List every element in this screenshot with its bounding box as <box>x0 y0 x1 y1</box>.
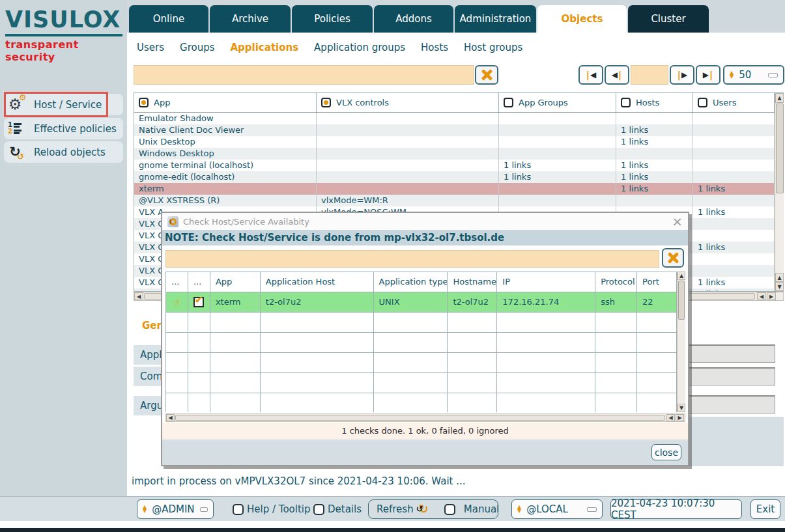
last-page-button[interactable]: ▶| <box>696 65 721 85</box>
dialog-empty-row <box>166 353 677 373</box>
exit-button[interactable]: Exit <box>750 499 780 519</box>
tab-addons[interactable]: Addons <box>374 5 453 33</box>
dialog-close-button[interactable]: close <box>651 444 681 460</box>
empty-cell <box>261 333 374 353</box>
manual-checkbox[interactable] <box>444 504 455 515</box>
help-tooltip-checkbox[interactable] <box>233 504 244 515</box>
scroll-left-icon[interactable]: ◀ <box>757 292 766 300</box>
first-page-button[interactable]: |◀ <box>578 65 603 85</box>
detail-field[interactable] <box>684 367 775 385</box>
local-select[interactable]: ▲▼ @LOCAL <box>511 499 603 519</box>
dialog-vertical-scrollbar[interactable]: ▲ ▼ <box>677 272 685 412</box>
scroll-right-icon[interactable]: ▶ <box>676 414 684 421</box>
resize-handle[interactable] <box>200 507 208 512</box>
scroll-up-icon[interactable]: ▲ <box>775 93 784 103</box>
scroll-left-icon[interactable]: ◀ <box>166 414 175 421</box>
table-row[interactable]: Emulator Shadow <box>134 113 775 124</box>
sidebar-item-reload-objects[interactable]: ↻↺ Reload objects <box>4 141 123 163</box>
scroll-down-icon[interactable]: ▼ <box>775 282 784 291</box>
detail-field[interactable] <box>684 344 775 363</box>
tab-online[interactable]: Online <box>129 5 208 33</box>
cell-users <box>693 265 775 277</box>
scroll-left-icon[interactable]: ◀ <box>134 292 143 300</box>
table-row[interactable]: gnome terminal (localhost)1 links1 links <box>134 160 775 171</box>
empty-cell <box>595 353 637 373</box>
column-header-hosts[interactable]: Hosts <box>616 93 693 112</box>
empty-cell <box>595 333 637 353</box>
sidebar-item-host-service[interactable]: ⚙⚙ Host / Service <box>4 94 123 115</box>
scrollbar-thumb[interactable] <box>678 281 685 320</box>
column-header-users[interactable]: Users <box>693 93 775 112</box>
cell-app: Native Client Doc Viewer <box>134 124 317 136</box>
table-row[interactable]: gnome-edit (localhost)1 links1 links <box>134 171 775 183</box>
vertical-scrollbar[interactable]: ▲ ▲ ▼ <box>775 93 784 291</box>
object-type-nav: Users Groups Applications Application gr… <box>137 42 522 53</box>
column-header-app[interactable]: App <box>134 93 317 112</box>
column-header-vlx-controls[interactable]: VLX controls <box>317 93 499 112</box>
checkbox-empty-icon[interactable] <box>504 98 513 107</box>
page-number-input[interactable] <box>631 65 668 85</box>
scrollbar-thumb[interactable] <box>776 104 784 193</box>
tab-cluster[interactable]: Cluster <box>628 5 709 33</box>
subtab-groups[interactable]: Groups <box>180 42 214 53</box>
checkbox-empty-icon[interactable] <box>621 98 631 107</box>
empty-cell <box>188 313 210 333</box>
empty-cell <box>374 373 448 393</box>
tab-policies[interactable]: Policies <box>292 5 373 33</box>
empty-cell <box>188 333 210 353</box>
tab-archive[interactable]: Archive <box>210 5 291 33</box>
tab-administration[interactable]: Administration <box>455 5 536 33</box>
subtab-host-groups[interactable]: Host groups <box>464 42 522 53</box>
radio-checked-icon[interactable] <box>321 98 331 107</box>
filter-input[interactable] <box>134 65 474 85</box>
radio-checked-icon[interactable] <box>139 98 149 107</box>
scrollbar-thumb[interactable] <box>175 415 665 421</box>
dialog-clear-filter-button[interactable] <box>662 248 684 268</box>
scroll-up-icon[interactable]: ▲ <box>775 273 784 282</box>
timestamp-button[interactable]: 2021-04-23 10:07:30 CEST <box>610 499 742 519</box>
previous-page-button[interactable]: ◀| <box>605 65 629 85</box>
checkbox-checked-icon[interactable] <box>193 297 204 307</box>
refresh-icon[interactable]: ↺↻ <box>419 503 429 515</box>
subtab-application-groups[interactable]: Application groups <box>314 42 405 53</box>
clear-filter-button[interactable] <box>475 65 498 85</box>
cell-users: 1 links <box>693 206 775 218</box>
resize-handle[interactable] <box>768 73 778 77</box>
table-row[interactable]: xterm1 links1 links <box>134 183 775 195</box>
tab-objects[interactable]: Objects <box>537 5 627 33</box>
scroll-left-icon[interactable]: ◀ <box>666 414 675 421</box>
cell-users <box>693 218 775 230</box>
subtab-hosts[interactable]: Hosts <box>421 42 448 53</box>
table-row[interactable]: @VLX XSTRESS (R)vlxMode=WM:R <box>134 195 775 206</box>
empty-cell <box>210 373 261 393</box>
dialog-result-row[interactable]: ☝xtermt2-ol7u2UNIXt2-ol7u2172.16.21.74ss… <box>166 292 677 313</box>
table-row[interactable]: Unix Desktop1 links <box>134 136 775 148</box>
scroll-up-icon[interactable]: ▲ <box>678 272 685 280</box>
sidebar-item-effective-policies[interactable]: 12 Effective policies <box>4 118 123 139</box>
dialog-close-icon[interactable]: × <box>672 215 683 228</box>
column-label: Users <box>713 98 736 107</box>
admin-select[interactable]: ▲▼ @ADMIN <box>137 499 214 519</box>
subtab-users[interactable]: Users <box>137 42 164 53</box>
clear-x-icon <box>667 252 679 264</box>
dialog-column-header: Application Host <box>261 272 374 292</box>
dialog-filter-input[interactable] <box>165 250 659 268</box>
page-size-select[interactable]: ▲▼ 50 <box>723 65 784 85</box>
table-row[interactable]: Native Client Doc Viewer1 links <box>134 124 775 136</box>
refresh-button[interactable]: Refresh <box>377 503 414 515</box>
cell-vlx <box>317 160 499 171</box>
scroll-right-icon[interactable]: ▶ <box>767 292 776 300</box>
detail-field[interactable] <box>684 395 775 413</box>
dialog-titlebar[interactable]: Check Host/Service Availabity × <box>162 213 688 230</box>
dialog-horizontal-scrollbar[interactable]: ◀ ◀ ▶ <box>165 413 685 422</box>
resize-handle[interactable] <box>587 507 597 512</box>
column-header-app-groups[interactable]: App Groups <box>499 93 616 112</box>
scroll-down-icon[interactable]: ▼ <box>678 404 685 412</box>
subtab-applications[interactable]: Applications <box>231 42 299 53</box>
details-checkbox[interactable] <box>313 504 324 515</box>
next-page-button[interactable]: |▶ <box>670 65 694 85</box>
checkbox-empty-icon[interactable] <box>698 98 707 107</box>
table-row[interactable]: Windows Desktop <box>134 148 775 160</box>
footer-bar: ▲▼ @ADMIN Help / Tooltip Details Refresh… <box>0 496 785 521</box>
empty-cell <box>188 393 210 412</box>
